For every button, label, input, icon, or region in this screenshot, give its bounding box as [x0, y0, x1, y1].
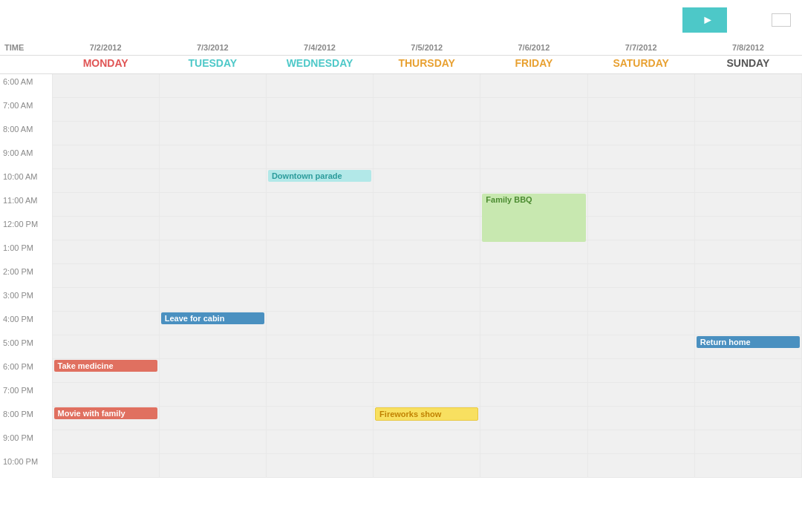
day-cell[interactable] [480, 430, 587, 454]
day-cell[interactable] [52, 217, 159, 240]
day-cell[interactable] [266, 240, 373, 264]
day-cell[interactable] [374, 383, 480, 407]
day-cell[interactable] [266, 74, 373, 98]
day-cell[interactable] [374, 217, 480, 240]
day-cell[interactable] [694, 98, 801, 122]
day-cell[interactable] [480, 454, 587, 478]
event-4[interactable]: Take medicine [54, 360, 157, 372]
day-cell[interactable]: Leave for cabin [159, 312, 266, 335]
day-cell[interactable] [52, 98, 159, 122]
day-cell[interactable] [587, 98, 694, 122]
day-cell[interactable] [52, 288, 159, 312]
day-cell[interactable] [374, 264, 480, 288]
day-cell[interactable] [694, 122, 801, 145]
day-cell[interactable] [52, 264, 159, 288]
schedule-entry-button[interactable]: ► [682, 7, 727, 33]
day-cell[interactable] [374, 454, 480, 478]
day-cell[interactable] [694, 240, 801, 264]
day-cell[interactable] [694, 407, 801, 430]
day-cell[interactable] [694, 74, 801, 98]
day-cell[interactable] [159, 122, 266, 145]
day-cell[interactable] [374, 98, 480, 122]
day-cell[interactable] [694, 145, 801, 169]
day-cell[interactable] [374, 74, 480, 98]
day-cell[interactable] [694, 264, 801, 288]
event-6[interactable]: Fireworks show [375, 407, 478, 421]
day-cell[interactable] [159, 430, 266, 454]
day-cell[interactable] [374, 193, 480, 217]
day-cell[interactable] [480, 335, 587, 359]
day-cell[interactable]: Fireworks show [374, 407, 480, 430]
day-cell[interactable] [694, 288, 801, 312]
event-2[interactable]: Leave for cabin [161, 312, 264, 324]
day-cell[interactable] [266, 407, 373, 430]
day-cell[interactable] [480, 359, 587, 383]
day-cell[interactable] [159, 288, 266, 312]
day-cell[interactable] [52, 312, 159, 335]
day-cell[interactable]: Family BBQ [480, 193, 587, 217]
day-cell[interactable] [374, 335, 480, 359]
day-cell[interactable] [374, 359, 480, 383]
day-cell[interactable] [52, 383, 159, 407]
day-cell[interactable] [159, 407, 266, 430]
day-cell[interactable] [480, 312, 587, 335]
day-cell[interactable] [52, 430, 159, 454]
day-cell[interactable] [159, 217, 266, 240]
day-cell[interactable] [694, 454, 801, 478]
day-cell[interactable] [374, 122, 480, 145]
event-5[interactable]: Movie with family [54, 407, 157, 419]
day-cell[interactable] [159, 193, 266, 217]
day-cell[interactable] [694, 193, 801, 217]
day-cell[interactable] [480, 288, 587, 312]
day-cell[interactable] [480, 383, 587, 407]
day-cell[interactable] [159, 169, 266, 193]
event-3[interactable]: Return home [697, 336, 800, 348]
day-cell[interactable] [266, 193, 373, 217]
day-cell[interactable] [480, 145, 587, 169]
day-cell[interactable] [587, 264, 694, 288]
day-cell[interactable] [374, 145, 480, 169]
day-cell[interactable] [480, 122, 587, 145]
day-cell[interactable] [374, 312, 480, 335]
day-cell[interactable] [587, 217, 694, 240]
day-cell[interactable] [374, 240, 480, 264]
day-cell[interactable] [587, 454, 694, 478]
day-cell[interactable] [52, 145, 159, 169]
day-cell[interactable]: Take medicine [52, 359, 159, 383]
day-cell[interactable] [587, 169, 694, 193]
day-cell[interactable] [587, 145, 694, 169]
day-cell[interactable] [266, 383, 373, 407]
day-cell[interactable] [587, 193, 694, 217]
day-cell[interactable] [480, 264, 587, 288]
day-cell[interactable] [587, 383, 694, 407]
day-cell[interactable] [266, 288, 373, 312]
day-cell[interactable] [694, 169, 801, 193]
day-cell[interactable] [266, 335, 373, 359]
day-cell[interactable] [587, 430, 694, 454]
day-cell[interactable] [480, 240, 587, 264]
day-cell[interactable] [266, 98, 373, 122]
day-cell[interactable] [694, 430, 801, 454]
day-cell[interactable]: Downtown parade [266, 169, 373, 193]
day-cell[interactable] [266, 217, 373, 240]
day-cell[interactable] [587, 240, 694, 264]
day-cell[interactable] [587, 74, 694, 98]
day-cell[interactable] [587, 312, 694, 335]
day-cell[interactable] [374, 169, 480, 193]
day-cell[interactable] [587, 335, 694, 359]
day-cell[interactable] [159, 335, 266, 359]
day-cell[interactable] [52, 454, 159, 478]
day-cell[interactable]: Return home [694, 335, 801, 359]
day-cell[interactable] [694, 312, 801, 335]
day-cell[interactable] [159, 264, 266, 288]
day-cell[interactable] [374, 288, 480, 312]
event-1[interactable]: Family BBQ [482, 194, 585, 242]
day-cell[interactable] [52, 240, 159, 264]
day-cell[interactable]: Movie with family [52, 407, 159, 430]
day-cell[interactable] [266, 145, 373, 169]
day-cell[interactable] [480, 98, 587, 122]
day-cell[interactable] [159, 454, 266, 478]
day-cell[interactable] [374, 430, 480, 454]
day-cell[interactable] [694, 359, 801, 383]
day-cell[interactable] [694, 383, 801, 407]
